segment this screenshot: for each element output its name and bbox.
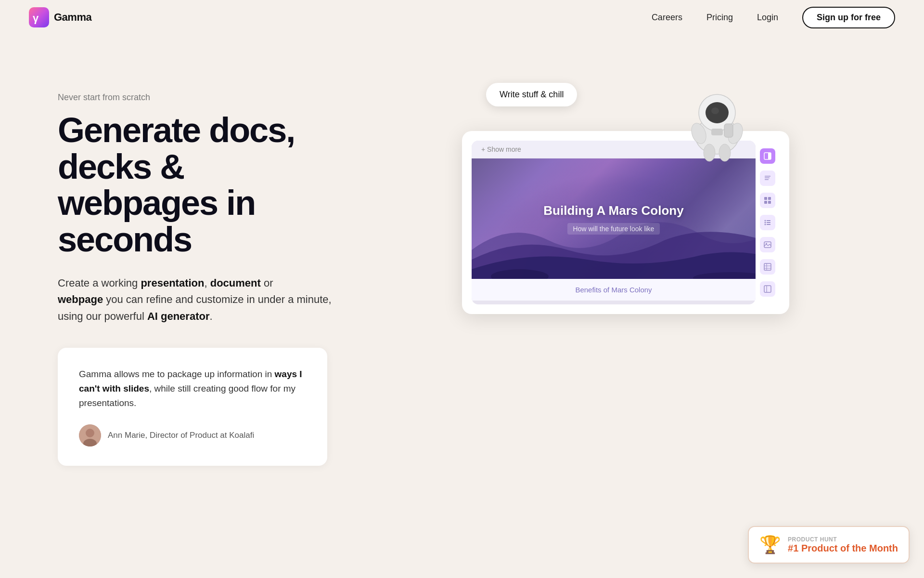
ph-rank: #1 Product of the Month: [788, 543, 898, 554]
svg-point-3: [86, 429, 94, 437]
image-icon: [764, 241, 771, 249]
sidebar-icon-grid[interactable]: [760, 193, 775, 208]
sidebar-icon-text[interactable]: [760, 171, 775, 186]
preview-wrapper: Write stuff & chill: [462, 78, 789, 377]
sidebar-icon-table[interactable]: [760, 259, 775, 275]
nav-links: Careers Pricing Login Sign up for free: [652, 7, 895, 28]
logo-text: Gamma: [54, 11, 91, 24]
hero-left: Never start from scratch Generate docs, …: [58, 73, 356, 466]
table-icon: [764, 263, 771, 271]
panel-icon: [764, 152, 771, 160]
navbar: γ Gamma Careers Pricing Login Sign up fo…: [0, 0, 924, 35]
ph-text: PRODUCT HUNT #1 Product of the Month: [788, 536, 898, 554]
preview-main: + Show more: [472, 141, 756, 304]
testimonial-author: Ann Marie, Director of Product at Koalaf…: [79, 424, 306, 447]
author-avatar: [79, 424, 101, 447]
svg-text:γ: γ: [33, 12, 39, 24]
signup-button[interactable]: Sign up for free: [802, 7, 895, 28]
logo[interactable]: γ Gamma: [29, 7, 91, 27]
svg-point-8: [711, 107, 719, 114]
hero-right: Write stuff & chill: [356, 73, 895, 377]
svg-rect-27: [767, 220, 770, 221]
preview-sidebar: [756, 141, 780, 304]
nav-login[interactable]: Login: [757, 13, 778, 23]
product-hunt-badge[interactable]: 🏆 PRODUCT HUNT #1 Product of the Month: [748, 526, 910, 564]
hero-tagline: Never start from scratch: [58, 92, 356, 103]
nav-careers[interactable]: Careers: [652, 13, 682, 23]
sidebar-icon-panel[interactable]: [760, 148, 775, 164]
svg-point-26: [765, 220, 766, 222]
hero-section: Never start from scratch Generate docs, …: [0, 35, 924, 565]
hero-description: Create a working presentation, document …: [58, 275, 337, 324]
svg-rect-34: [764, 263, 771, 270]
svg-rect-22: [764, 197, 767, 200]
svg-rect-18: [768, 153, 771, 159]
nav-pricing[interactable]: Pricing: [706, 13, 733, 23]
author-name: Ann Marie, Director of Product at Koalaf…: [108, 431, 254, 440]
testimonial-card: Gamma allows me to package up informatio…: [58, 348, 327, 466]
ph-label: PRODUCT HUNT: [788, 536, 898, 543]
svg-rect-0: [29, 7, 49, 27]
text-icon: [764, 174, 771, 182]
svg-rect-20: [765, 178, 770, 179]
svg-rect-31: [767, 224, 770, 225]
svg-rect-13: [711, 129, 723, 135]
avatar-image: [79, 424, 101, 447]
svg-point-11: [704, 144, 715, 161]
preview-inner: + Show more: [472, 141, 780, 304]
hero-title: Generate docs, decks & webpages in secon…: [58, 112, 356, 258]
svg-point-28: [765, 222, 766, 223]
gamma-logo-icon: γ: [29, 7, 49, 27]
svg-rect-19: [765, 176, 770, 177]
testimonial-text: Gamma allows me to package up informatio…: [79, 367, 306, 411]
slide-title: Building A Mars Colony: [543, 203, 683, 218]
svg-rect-21: [765, 179, 769, 180]
slide-subtitle: How will the future look like: [567, 223, 660, 235]
sidebar-icon-sidebar[interactable]: [760, 281, 775, 297]
speech-bubble: Write stuff & chill: [486, 83, 577, 106]
svg-point-30: [765, 224, 766, 225]
sidebar-icon-list[interactable]: [760, 215, 775, 230]
sidebar-icon-image[interactable]: [760, 237, 775, 252]
slide-waves: [472, 211, 756, 279]
svg-rect-23: [768, 197, 771, 200]
svg-rect-25: [768, 201, 771, 204]
grid-icon: [764, 197, 771, 204]
slide-image: Building A Mars Colony How will the futu…: [472, 158, 756, 279]
list-icon: [764, 219, 771, 226]
svg-rect-24: [764, 201, 767, 204]
trophy-icon: 🏆: [759, 535, 781, 555]
astronaut-illustration: [674, 78, 760, 165]
svg-rect-29: [767, 222, 770, 223]
sidebar-icon-svg: [764, 285, 771, 293]
svg-point-12: [719, 144, 731, 161]
svg-rect-14: [724, 124, 733, 137]
svg-rect-38: [764, 286, 771, 292]
slide-footer: Benefits of Mars Colony: [472, 279, 756, 301]
